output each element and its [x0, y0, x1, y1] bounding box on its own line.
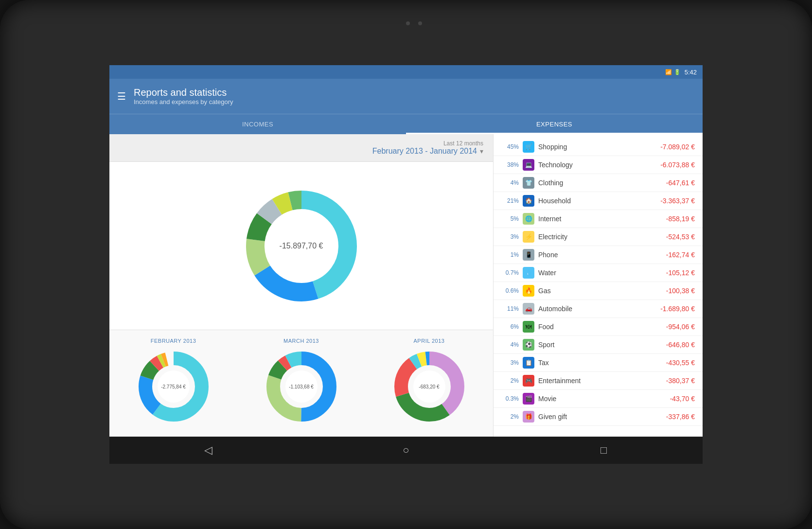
app-bar-title: Reports and statistics	[134, 87, 233, 98]
app-bar: ☰ Reports and statistics Incomes and exp…	[109, 79, 703, 114]
monthly-row: FEBRUARY 2013 -2.775,84	[109, 330, 493, 437]
category-item-2: 4% 👕 Clothing -647,61 €	[494, 174, 703, 192]
monthly-title-apr: APRIL 2013	[414, 338, 445, 344]
cat-amount-12: -430,55 €	[666, 359, 695, 367]
category-item-13: 2% 🎮 Entertainment -380,37 €	[494, 372, 703, 390]
category-item-3: 21% 🏠 Household -3.363,37 €	[494, 192, 703, 210]
cat-name-12: Tax	[538, 359, 662, 367]
small-donut-apr: -683,20 €	[390, 348, 468, 425]
category-item-14: 0.3% 🎬 Movie -43,70 €	[494, 390, 703, 408]
cat-icon-9: 🚗	[523, 303, 534, 315]
monthly-item-mar: MARCH 2013 -1.103,68 €	[237, 338, 365, 429]
camera-dot-1	[406, 21, 410, 25]
cat-amount-9: -1.689,80 €	[660, 305, 695, 313]
cat-icon-0: 🛒	[523, 141, 534, 153]
cat-name-2: Clothing	[538, 179, 662, 187]
category-item-5: 3% ⚡ Electricity -524,53 €	[494, 228, 703, 246]
cat-amount-15: -337,86 €	[666, 413, 695, 421]
cat-name-8: Gas	[538, 287, 662, 295]
cat-percent-8: 0.6%	[501, 287, 519, 294]
cat-percent-2: 4%	[501, 179, 519, 186]
category-item-1: 38% 💻 Technology -6.073,88 €	[494, 156, 703, 174]
cat-percent-6: 1%	[501, 251, 519, 258]
monthly-title-feb: FEBRUARY 2013	[151, 338, 196, 344]
cat-amount-11: -646,80 €	[666, 341, 695, 349]
category-item-10: 6% 🍽 Food -954,06 €	[494, 318, 703, 336]
small-donut-feb: -2.775,84 €	[135, 348, 212, 425]
cat-icon-5: ⚡	[523, 231, 534, 243]
feb-label: -2.775,84 €	[161, 384, 186, 389]
cat-percent-10: 6%	[501, 323, 519, 330]
cat-percent-13: 2%	[501, 377, 519, 384]
mar-label: -1.103,68 €	[289, 384, 314, 389]
cat-percent-14: 0.3%	[501, 395, 519, 402]
back-button[interactable]: ◁	[196, 438, 220, 462]
cat-amount-5: -524,53 €	[666, 233, 695, 241]
main-content: Last 12 months February 2013 - January 2…	[109, 134, 703, 437]
donut-inner-circle: -15.897,70 €	[275, 219, 328, 273]
category-item-8: 0.6% 🔥 Gas -100,38 €	[494, 282, 703, 300]
cat-name-13: Entertainment	[538, 377, 662, 385]
app-bar-subtitle: Incomes and expenses by category	[134, 98, 233, 106]
cat-percent-1: 38%	[501, 161, 519, 168]
status-icons: 📶 🔋	[665, 69, 681, 75]
cat-amount-14: -43,70 €	[670, 395, 695, 403]
left-panel: Last 12 months February 2013 - January 2…	[109, 134, 494, 437]
date-range-arrow: ▾	[480, 147, 483, 155]
cat-name-5: Electricity	[538, 233, 662, 241]
status-bar: 📶 🔋 5:42	[109, 65, 703, 79]
monthly-title-mar: MARCH 2013	[283, 338, 319, 344]
cat-amount-2: -647,61 €	[666, 179, 695, 187]
status-time: 5:42	[685, 69, 697, 76]
main-donut-container: -15.897,70 €	[238, 183, 365, 309]
cat-name-15: Given gift	[538, 413, 662, 421]
main-donut-area: -15.897,70 €	[109, 162, 493, 330]
cat-amount-8: -100,38 €	[666, 287, 695, 295]
right-panel: 45% 🛒 Shopping -7.089,02 € 38% 💻 Technol…	[494, 134, 703, 437]
category-item-7: 0.7% 💧 Water -105,12 €	[494, 264, 703, 282]
home-button[interactable]: ○	[394, 438, 418, 462]
cat-percent-5: 3%	[501, 233, 519, 240]
cat-icon-7: 💧	[523, 267, 534, 279]
tablet-frame: 📶 🔋 5:42 ☰ Reports and statistics Income…	[0, 0, 812, 529]
recent-button[interactable]: □	[592, 438, 616, 462]
cat-amount-3: -3.363,37 €	[660, 197, 695, 205]
cat-name-11: Sport	[538, 341, 662, 349]
cat-icon-4: 🌐	[523, 213, 534, 225]
cat-name-1: Technology	[538, 161, 656, 169]
cat-name-4: Internet	[538, 215, 662, 223]
cat-amount-13: -380,37 €	[666, 377, 695, 385]
cat-name-7: Water	[538, 269, 662, 277]
bottom-nav: ◁ ○ □	[109, 437, 703, 464]
category-item-12: 3% 📋 Tax -430,55 €	[494, 354, 703, 372]
cat-amount-7: -105,12 €	[666, 269, 695, 277]
category-item-4: 5% 🌐 Internet -858,19 €	[494, 210, 703, 228]
cat-name-0: Shopping	[538, 143, 656, 151]
apr-label: -683,20 €	[419, 384, 439, 389]
date-range-header[interactable]: Last 12 months February 2013 - January 2…	[109, 134, 493, 162]
cat-percent-0: 45%	[501, 143, 519, 150]
cat-percent-3: 21%	[501, 197, 519, 204]
app-bar-titles: Reports and statistics Incomes and expen…	[134, 87, 233, 106]
cat-amount-1: -6.073,88 €	[660, 161, 695, 169]
tabs-bar: INCOMES EXPENSES	[109, 114, 703, 134]
small-donut-mar: -1.103,68 €	[263, 348, 340, 425]
cat-percent-4: 5%	[501, 215, 519, 222]
tab-incomes[interactable]: INCOMES	[109, 114, 406, 134]
cat-percent-11: 4%	[501, 341, 519, 348]
cat-name-9: Automobile	[538, 305, 656, 313]
cat-amount-4: -858,19 €	[666, 215, 695, 223]
cat-percent-7: 0.7%	[501, 269, 519, 276]
camera-dot-2	[418, 21, 422, 25]
cat-icon-11: ⚽	[523, 339, 534, 351]
cat-name-3: Household	[538, 197, 656, 205]
cat-amount-0: -7.089,02 €	[660, 143, 695, 151]
cat-icon-15: 🎁	[523, 411, 534, 423]
cat-amount-10: -954,06 €	[666, 323, 695, 331]
categories-list: 45% 🛒 Shopping -7.089,02 € 38% 💻 Technol…	[494, 138, 703, 426]
cat-percent-15: 2%	[501, 413, 519, 420]
hamburger-icon[interactable]: ☰	[117, 90, 126, 102]
cat-amount-6: -162,74 €	[666, 251, 695, 259]
tab-expenses[interactable]: EXPENSES	[406, 114, 703, 134]
category-item-15: 2% 🎁 Given gift -337,86 €	[494, 408, 703, 426]
